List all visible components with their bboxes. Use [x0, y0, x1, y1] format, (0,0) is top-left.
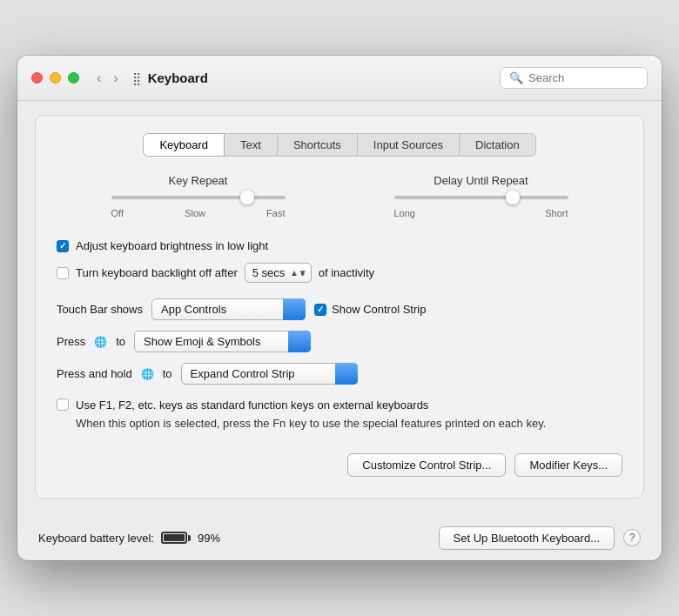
sliders-section: Key Repeat Off Slow Fast Delay Until Rep…: [57, 174, 622, 218]
show-control-strip-label: Show Control Strip: [332, 303, 426, 316]
key-repeat-thumb[interactable]: [240, 191, 254, 204]
press-hold-select[interactable]: Expand Control Strip Show Emoji & Symbol…: [181, 363, 358, 385]
press-globe-select[interactable]: Show Emoji & Symbols Switch to Next Inpu…: [134, 331, 311, 352]
help-button[interactable]: ?: [623, 529, 641, 546]
minimize-button[interactable]: [50, 72, 61, 84]
bluetooth-setup-button[interactable]: Set Up Bluetooth Keyboard...: [439, 526, 615, 550]
battery-row: Keyboard battery level: 99%: [38, 532, 220, 545]
brightness-label: Adjust keyboard brightness in low light: [76, 239, 268, 252]
battery-icon: [161, 532, 191, 544]
tabs-bar: Keyboard Text Shortcuts Input Sources Di…: [57, 133, 622, 157]
battery-tip: [188, 535, 191, 541]
grid-icon: ⣿: [132, 71, 141, 85]
key-repeat-track[interactable]: [111, 196, 286, 199]
backlight-row: Turn keyboard backlight off after 5 secs…: [57, 263, 622, 283]
tab-dictation[interactable]: Dictation: [460, 133, 536, 157]
press-globe-row: Press 🌐 to Show Emoji & Symbols Switch t…: [57, 331, 622, 352]
forward-button[interactable]: ›: [110, 69, 121, 88]
delay-repeat-short: Short: [545, 208, 568, 218]
backlight-checkbox[interactable]: [57, 267, 69, 279]
fn-description: When this option is selected, press the …: [76, 415, 622, 432]
fn-keys-label: Use F1, F2, etc. keys as standard functi…: [76, 398, 428, 412]
key-repeat-group: Key Repeat Off Slow Fast: [111, 174, 286, 218]
fn-row: Use F1, F2, etc. keys as standard functi…: [57, 398, 622, 412]
modifier-keys-button[interactable]: Modifier Keys...: [514, 453, 622, 477]
key-repeat-fast: Fast: [266, 208, 285, 218]
press-hold-globe-row: Press and hold 🌐 to Expand Control Strip…: [57, 363, 622, 385]
footer: Keyboard battery level: 99% Set Up Bluet…: [17, 516, 662, 560]
traffic-lights: [31, 72, 79, 84]
fn-section: Use F1, F2, etc. keys as standard functi…: [57, 398, 622, 432]
window-title: Keyboard: [148, 70, 208, 85]
backlight-timeout-wrapper: 5 secs 10 secs 30 secs 1 min 5 min ▲▼: [245, 263, 312, 283]
tab-text[interactable]: Text: [225, 133, 278, 157]
battery-body: [161, 532, 187, 544]
tab-input-sources[interactable]: Input Sources: [358, 133, 460, 157]
delay-repeat-group: Delay Until Repeat Long Short: [394, 174, 568, 218]
nav-buttons: ‹ ›: [93, 69, 122, 88]
press-to-label: to: [116, 335, 125, 348]
delay-repeat-track[interactable]: [394, 196, 568, 199]
main-window: ‹ › ⣿ Keyboard 🔍 Keyboard Text Shortcuts…: [17, 56, 662, 560]
delay-repeat-label: Delay Until Repeat: [434, 174, 528, 187]
titlebar: ‹ › ⣿ Keyboard 🔍: [17, 56, 662, 101]
battery-pct: 99%: [198, 532, 220, 545]
touchbar-select-wrapper: App Controls Expanded Control Strip F1, …: [151, 298, 306, 320]
settings-panel: Keyboard Text Shortcuts Input Sources Di…: [35, 115, 644, 499]
press-globe-select-wrapper: Show Emoji & Symbols Switch to Next Inpu…: [134, 331, 311, 352]
battery-label: Keyboard battery level:: [38, 532, 154, 545]
maximize-button[interactable]: [68, 72, 79, 84]
press-label: Press: [57, 335, 85, 348]
delay-repeat-scale: Long Short: [394, 208, 568, 218]
tab-shortcuts[interactable]: Shortcuts: [278, 133, 358, 157]
show-control-strip-checkbox[interactable]: [314, 304, 326, 316]
backlight-suffix: of inactivity: [319, 266, 374, 279]
backlight-timeout-select[interactable]: 5 secs 10 secs 30 secs 1 min 5 min: [245, 263, 312, 283]
press-hold-globe-icon: 🌐: [141, 368, 154, 380]
close-button[interactable]: [31, 72, 43, 84]
footer-right-buttons: Set Up Bluetooth Keyboard... ?: [439, 526, 641, 550]
back-button[interactable]: ‹: [93, 69, 104, 88]
key-repeat-scale: Off Slow Fast: [111, 208, 286, 218]
press-hold-label: Press and hold: [57, 367, 132, 380]
key-repeat-slow: Slow: [185, 208, 205, 218]
globe-icon: 🌐: [94, 336, 107, 348]
delay-repeat-thumb[interactable]: [506, 191, 520, 204]
content-area: Keyboard Text Shortcuts Input Sources Di…: [17, 101, 662, 516]
press-hold-to-label: to: [163, 367, 172, 380]
backlight-label: Turn keyboard backlight off after: [76, 266, 238, 279]
touchbar-label: Touch Bar shows: [57, 303, 143, 316]
press-hold-select-wrapper: Expand Control Strip Show Emoji & Symbol…: [181, 363, 358, 385]
customize-strip-button[interactable]: Customize Control Strip...: [347, 453, 506, 477]
tab-keyboard[interactable]: Keyboard: [143, 133, 225, 157]
fn-keys-checkbox[interactable]: [57, 398, 69, 411]
touchbar-row: Touch Bar shows App Controls Expanded Co…: [57, 298, 622, 320]
search-icon: 🔍: [509, 71, 523, 84]
bottom-buttons: Customize Control Strip... Modifier Keys…: [57, 453, 622, 477]
battery-fill: [164, 534, 185, 541]
key-repeat-label: Key Repeat: [169, 174, 228, 187]
brightness-row: Adjust keyboard brightness in low light: [57, 239, 622, 252]
key-repeat-off: Off: [111, 208, 124, 218]
touchbar-select[interactable]: App Controls Expanded Control Strip F1, …: [151, 298, 306, 320]
delay-repeat-long: Long: [394, 208, 415, 218]
brightness-checkbox[interactable]: [57, 240, 69, 252]
search-input[interactable]: [528, 71, 638, 84]
show-control-strip-row: Show Control Strip: [314, 303, 426, 316]
search-box[interactable]: 🔍: [500, 67, 648, 89]
